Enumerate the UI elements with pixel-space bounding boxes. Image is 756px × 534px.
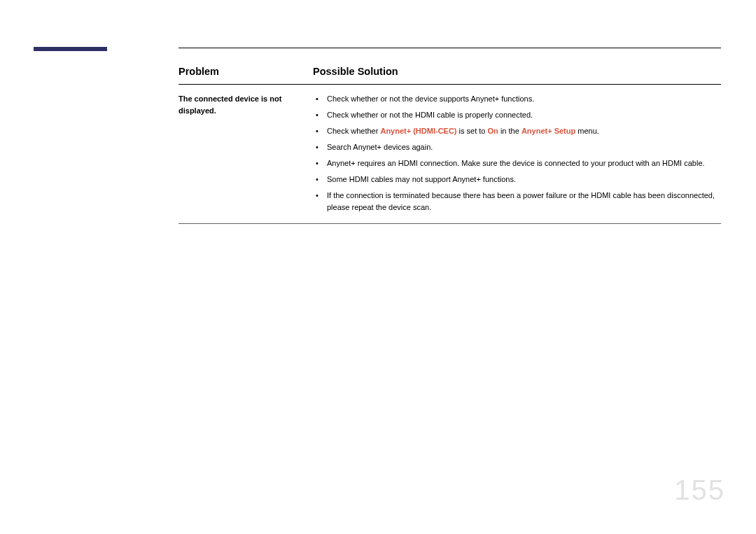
list-item: Check whether Anynet+ (HDMI-CEC) is set … xyxy=(313,125,721,137)
text: Check whether xyxy=(327,127,380,135)
list-item: Check whether or not the HDMI cable is p… xyxy=(313,109,721,121)
solution-list: Check whether or not the device supports… xyxy=(313,93,721,213)
list-item: If the connection is terminated because … xyxy=(313,190,721,213)
list-item: Search Anynet+ devices again. xyxy=(313,141,721,153)
list-item: Anynet+ requires an HDMI connection. Mak… xyxy=(313,157,721,169)
text: menu. xyxy=(575,127,599,135)
highlight-text: Anynet+ (HDMI-CEC) xyxy=(380,127,456,135)
solution-cell: Check whether or not the device supports… xyxy=(313,85,721,224)
highlight-text: Anynet+ Setup xyxy=(522,127,575,135)
table-row: The connected device is not displayed. C… xyxy=(178,85,721,224)
text: is set to xyxy=(457,127,488,135)
list-item: Check whether or not the device supports… xyxy=(313,93,721,105)
problem-cell: The connected device is not displayed. xyxy=(178,85,313,224)
list-item: Some HDMI cables may not support Anynet+… xyxy=(313,174,721,185)
column-header-solution: Possible Solution xyxy=(313,48,721,85)
page-number: 155 xyxy=(674,475,725,506)
highlight-text: On xyxy=(488,127,498,135)
text: in the xyxy=(498,127,522,135)
column-header-problem: Problem xyxy=(178,48,313,85)
troubleshoot-table: Problem Possible Solution The connected … xyxy=(178,48,721,224)
accent-bar xyxy=(34,47,107,51)
